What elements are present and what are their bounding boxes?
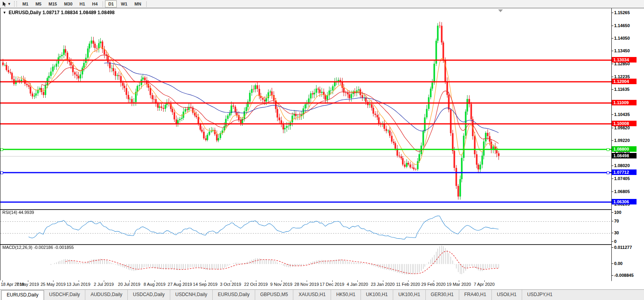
date-label: 23 Jan 2020 <box>371 282 395 287</box>
timeframe-group: M1M5M15M30H1H4D1W1MN <box>19 0 148 8</box>
chart-tab-hk50-h1[interactable]: HK50,H1 <box>331 290 361 300</box>
toolbar-separator <box>146 1 147 7</box>
chart-tab-ger30-h1[interactable]: GER30,H1 <box>425 290 459 300</box>
macd-pane: MACD(12,26,9) -0.002186 -0.001855 <box>0 244 612 281</box>
price-tick: 1.07405 <box>614 176 630 181</box>
price-tick: 1.15265 <box>614 10 630 15</box>
date-label: 7 May 2019 <box>17 282 39 287</box>
cursor-tool-button[interactable]: ▼ <box>0 0 13 7</box>
timeframe-button-m15[interactable]: M15 <box>45 0 60 7</box>
timeframe-button-m5[interactable]: M5 <box>32 0 44 7</box>
chart-tab-gbpusd-m5[interactable]: GBPUSD,M5 <box>255 290 293 300</box>
chart-tab-usoil-h1[interactable]: USOil,H1 <box>491 290 522 300</box>
date-label: 27 Aug 2019 <box>168 282 192 287</box>
price-tick: 1.14050 <box>614 36 630 40</box>
chevron-down-icon: ▼ <box>7 2 11 6</box>
price-axis[interactable]: 1.152651.146501.140501.134501.128501.122… <box>612 8 644 290</box>
price-badge-resistance: 1.10008 <box>612 121 637 126</box>
date-label: 19 Mar 2020 <box>447 282 471 287</box>
chart-area: ▼ EURUSD,Daily 1.08717 1.08834 1.08489 1… <box>0 8 644 290</box>
date-label: 13 Jun 2019 <box>66 282 90 287</box>
price-pane: ▼ EURUSD,Daily 1.08717 1.08834 1.08489 1… <box>0 8 612 210</box>
price-badge-support: 1.08800 <box>612 146 637 152</box>
rsi-axis-tick: 30 <box>614 230 619 235</box>
timeframe-button-h4[interactable]: H4 <box>89 0 101 7</box>
price-badge-resistance: 1.11009 <box>612 100 637 105</box>
timeframe-button-w1[interactable]: W1 <box>118 0 131 7</box>
date-label: 9 Nov 2019 <box>270 282 292 287</box>
chart-tab-usdcad-daily[interactable]: USDCAD,Daily <box>127 290 170 300</box>
chart-tab-usdcnh-daily[interactable]: USDCNH,Daily <box>170 290 212 300</box>
time-axis[interactable]: 18 Apr 20197 May 201925 May 201913 Jun 2… <box>0 280 611 290</box>
timeframe-button-m1[interactable]: M1 <box>19 0 31 7</box>
price-badge-support: 1.07712 <box>612 169 637 175</box>
rsi-axis-tick: 100 <box>614 210 621 215</box>
toolbar-grip[interactable] <box>14 1 17 7</box>
macd-axis-tick: 0.00 <box>614 261 622 266</box>
macd-canvas[interactable] <box>0 244 611 280</box>
date-label: 14 Sep 2019 <box>193 282 217 287</box>
main-chart-canvas[interactable] <box>0 8 611 208</box>
chart-tab-audusd-daily[interactable]: AUDUSD,Daily <box>85 290 127 300</box>
date-label: 11 Feb 2020 <box>396 282 420 287</box>
timeframe-button-mn[interactable]: MN <box>131 0 144 7</box>
cursor-icon <box>2 2 7 7</box>
date-label: 22 Oct 2019 <box>244 282 268 287</box>
rsi-axis-tick: 70 <box>614 219 619 223</box>
price-badge-resistance: 1.13034 <box>612 57 637 63</box>
price-tick: 1.12235 <box>614 74 630 79</box>
chart-tab-uk100-h1[interactable]: UK100,H1 <box>361 290 393 300</box>
rsi-axis-tick: 0 <box>614 239 616 244</box>
chart-tab-eurusd-daily[interactable]: EURUSD,Daily <box>212 290 255 300</box>
rsi-canvas[interactable] <box>0 209 611 243</box>
date-label: 17 Dec 2019 <box>320 282 344 287</box>
price-tick: 1.09220 <box>614 138 630 143</box>
timeframe-button-m30[interactable]: M30 <box>61 0 75 7</box>
price-tick: 1.10435 <box>614 112 630 117</box>
chart-tab-fra40-h1[interactable]: FRA40,H1 <box>459 290 491 300</box>
chart-tabbar: EURUSD,DailyUSDCHF,DailyAUDUSD,DailyUSDC… <box>0 289 644 300</box>
date-label: 28 Nov 2019 <box>294 282 319 287</box>
date-label: 4 Jan 2020 <box>347 282 368 287</box>
date-label: 8 Aug 2019 <box>144 282 166 287</box>
price-badge-resistance: 1.12004 <box>612 79 637 84</box>
chart-tab-uk100-h1[interactable]: UK100,H1 <box>393 290 425 300</box>
date-label: 20 Jul 2019 <box>118 282 140 287</box>
chart-tab-xauusd-h1[interactable]: XAUUSD,H1 <box>293 290 331 300</box>
price-tick: 1.08020 <box>614 163 630 168</box>
timeframe-button-h1[interactable]: H1 <box>76 0 88 7</box>
date-label: 3 Oct 2019 <box>220 282 241 287</box>
date-label: 29 Feb 2020 <box>421 282 446 287</box>
macd-axis-tick: 0.011277 <box>614 245 632 250</box>
price-badge-current-price: 1.08498 <box>612 153 637 158</box>
chart-tab-usdchf-daily[interactable]: USDCHF,Daily <box>44 290 85 300</box>
price-tick: 1.06805 <box>614 189 630 194</box>
chart-tab-eurusd-daily[interactable]: EURUSD,Daily <box>1 290 44 300</box>
price-tick: 1.14650 <box>614 23 630 28</box>
date-label: 2 Jul 2019 <box>94 282 114 287</box>
top-toolbar: ▼ M1M5M15M30H1H4D1W1MN <box>0 0 644 8</box>
price-tick: 1.13450 <box>614 48 630 53</box>
timeframe-button-d1[interactable]: D1 <box>105 0 117 7</box>
chart-tab-usdjpy-h1[interactable]: USDJPY,H1 <box>522 290 558 300</box>
date-label: 25 May 2019 <box>40 282 66 287</box>
price-tick: 1.11635 <box>614 87 629 92</box>
macd-axis-tick: -0.008845 <box>614 273 634 278</box>
date-label: 7 Apr 2020 <box>474 282 495 287</box>
price-badge-support: 1.06306 <box>612 199 637 204</box>
rsi-pane: RSI(14) 44.9939 <box>0 209 612 245</box>
toolbar-separator <box>103 1 103 7</box>
